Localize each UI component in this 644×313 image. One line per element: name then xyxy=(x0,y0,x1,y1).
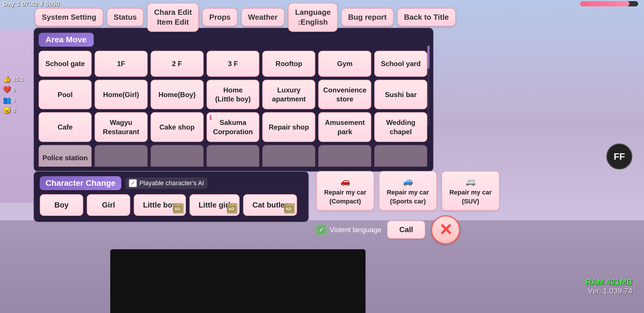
char-cat-butler-button[interactable]: Cat butler 🔒 AD xyxy=(243,194,297,216)
stat-group: 👥 0 xyxy=(3,96,24,104)
right-panel: 🚗 Repair my car(Compact) 🚙 Repair my car… xyxy=(316,171,632,244)
area-convenience-store[interactable]: Conveniencestore xyxy=(318,80,371,109)
area-police-station[interactable]: Police station xyxy=(39,145,92,167)
ai-label: Playable character's AI xyxy=(139,179,204,187)
area-home-little-boy[interactable]: Home(Little boy) xyxy=(207,80,260,109)
likes-value: 15.3 xyxy=(12,76,24,83)
props-button[interactable]: Props xyxy=(202,8,238,26)
area-empty-4[interactable] xyxy=(262,145,315,167)
suv-car-icon: 🚐 xyxy=(448,176,493,187)
repair-sports-button[interactable]: 🚙 Repair my car(Sports car) xyxy=(379,171,437,211)
char-little-girl-button[interactable]: Little girl 🔒 AD xyxy=(189,194,240,216)
status-button[interactable]: Status xyxy=(107,8,144,26)
system-setting-button[interactable]: System Setting xyxy=(35,8,103,26)
group-icon: 👥 xyxy=(3,96,11,104)
ff-avatar[interactable]: FF xyxy=(606,143,632,170)
area-repair-shop[interactable]: Repair shop xyxy=(262,112,315,142)
ad-badge-girl: AD xyxy=(227,206,236,212)
close-button[interactable]: ✕ xyxy=(431,215,460,244)
area-move-title: Area Move xyxy=(39,33,94,47)
bug-report-button[interactable]: Bug report xyxy=(341,8,394,26)
character-change-panel: Character Change ✓ Playable character's … xyxy=(33,171,309,222)
area-home-girl[interactable]: Home(Girl) xyxy=(95,80,148,109)
area-sakuma-corporation[interactable]: ℹ SakumaCorporation xyxy=(207,112,260,142)
ram-text: RAM 421MB xyxy=(585,277,632,287)
character-buttons: Boy Girl Little boy 🔒 AD Little girl 🔒 A… xyxy=(40,194,303,216)
area-move-panel: Area Move School gate 1F 2 F 3 F Rooftop… xyxy=(33,28,434,172)
compact-car-icon: 🚗 xyxy=(323,176,368,187)
area-empty-6[interactable] xyxy=(374,145,427,167)
area-cafe[interactable]: Cafe xyxy=(39,112,92,142)
area-luxury-apartment[interactable]: Luxuryapartment xyxy=(262,80,315,109)
stat-anger: 😠 0 xyxy=(3,107,24,114)
repair-compact-button[interactable]: 🚗 Repair my car(Compact) xyxy=(316,171,374,211)
area-grid: School gate 1F 2 F 3 F Rooftop Gym Schoo… xyxy=(39,51,428,167)
area-3f[interactable]: 3 F xyxy=(207,51,260,77)
area-empty-5[interactable] xyxy=(318,145,371,167)
ai-checkbox-area[interactable]: ✓ Playable character's AI xyxy=(125,177,207,189)
area-2f[interactable]: 2 F xyxy=(151,51,204,77)
area-pool[interactable]: Pool xyxy=(39,80,92,109)
area-school-gate[interactable]: School gate xyxy=(39,51,92,77)
lock-icon-cat: 🔒 AD xyxy=(284,203,295,214)
ff-text: FF xyxy=(614,151,625,162)
language-button[interactable]: Language:English xyxy=(288,3,338,32)
side-stats: 👍 15.3 ❤️ 0 👥 0 😠 0 xyxy=(3,75,24,114)
video-area xyxy=(110,249,366,313)
options-row: ✓ Violent language Call ✕ xyxy=(316,215,632,244)
area-cake-shop[interactable]: Cake shop xyxy=(151,112,204,142)
char-boy-button[interactable]: Boy xyxy=(40,194,83,216)
char-change-header: Character Change ✓ Playable character's … xyxy=(40,176,303,190)
group-value: 0 xyxy=(12,97,16,103)
info-bottom: RAM 421MB Ver. 1.039.74 xyxy=(585,277,632,296)
char-girl-button[interactable]: Girl xyxy=(87,194,130,216)
area-empty-3[interactable] xyxy=(207,145,260,167)
chara-edit-button[interactable]: Chara EditItem Edit xyxy=(147,3,199,32)
top-menu: System Setting Status Chara EditItem Edi… xyxy=(35,3,627,32)
anger-icon: 😠 xyxy=(3,107,11,114)
info-marker-icon: ℹ xyxy=(209,114,212,121)
stat-likes: 👍 15.3 xyxy=(3,75,24,83)
area-1f[interactable]: 1F xyxy=(95,51,148,77)
area-rooftop[interactable]: Rooftop xyxy=(262,51,315,77)
call-button[interactable]: Call xyxy=(387,221,425,239)
char-little-boy-button[interactable]: Little boy 🔒 AD xyxy=(134,194,186,216)
sports-car-icon: 🚙 xyxy=(385,176,430,187)
area-sushi-bar[interactable]: Sushi bar xyxy=(374,80,427,109)
area-empty-1[interactable] xyxy=(95,145,148,167)
violent-checkbox[interactable]: ✓ xyxy=(316,225,327,235)
ad-badge: AD xyxy=(173,206,182,212)
ai-checkbox[interactable]: ✓ xyxy=(129,179,137,187)
weather-button[interactable]: Weather xyxy=(241,8,285,26)
hearts-value: 0 xyxy=(12,86,16,93)
lock-icon-girl: 🔒 AD xyxy=(227,203,237,214)
back-to-title-button[interactable]: Back to Title xyxy=(397,8,456,26)
area-gym[interactable]: Gym xyxy=(318,51,371,77)
area-wedding-chapel[interactable]: Weddingchapel xyxy=(374,112,427,142)
version-text: Ver. 1.039.74 xyxy=(585,287,632,296)
lock-icon: 🔒 AD xyxy=(173,203,184,214)
character-change-title: Character Change xyxy=(40,176,121,190)
car-repair-row: 🚗 Repair my car(Compact) 🚙 Repair my car… xyxy=(316,171,632,211)
ad-badge-cat: AD xyxy=(284,206,293,212)
hearts-icon: ❤️ xyxy=(3,86,11,93)
area-school-yard[interactable]: School yard xyxy=(374,51,427,77)
anger-value: 0 xyxy=(12,107,16,114)
repair-suv-button[interactable]: 🚐 Repair my car(SUV) xyxy=(442,171,500,211)
area-wagyu-restaurant[interactable]: WagyuRestaurant xyxy=(95,112,148,142)
close-icon: ✕ xyxy=(439,222,453,238)
area-amusement-park[interactable]: Amusementpark xyxy=(318,112,371,142)
stat-hearts: ❤️ 0 xyxy=(3,86,24,93)
violent-language-label: Violent language xyxy=(330,226,381,234)
area-empty-2[interactable] xyxy=(151,145,204,167)
area-home-boy[interactable]: Home(Boy) xyxy=(151,80,204,109)
scroll-thumb xyxy=(427,46,430,69)
scroll-indicator[interactable] xyxy=(427,46,430,127)
likes-icon: 👍 xyxy=(3,75,11,83)
violent-language-check[interactable]: ✓ Violent language xyxy=(316,225,381,235)
